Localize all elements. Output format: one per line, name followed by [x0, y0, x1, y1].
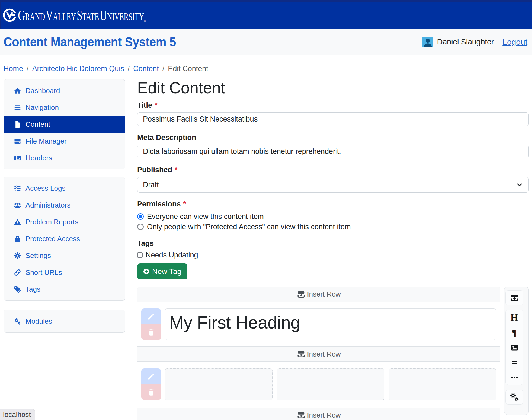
sidebar-item-protected-access[interactable]: Protected Access	[4, 230, 125, 247]
permission-radio-2[interactable]	[137, 224, 144, 230]
sidebar-nav: DashboardNavigationContentFile ManagerHe…	[4, 79, 125, 333]
sidebar-item-label: File Manager	[25, 137, 67, 145]
sidebar-item-access-logs[interactable]: Access Logs	[4, 180, 125, 197]
sidebar-item-problem-reports[interactable]: Problem Reports	[4, 214, 125, 230]
sidebar-item-label: Dashboard	[25, 87, 60, 95]
columns-row	[165, 368, 496, 400]
chevron-down-icon	[516, 181, 523, 188]
published-select[interactable]: Draft	[137, 177, 529, 193]
sidebar-item-content[interactable]: Content	[4, 116, 125, 133]
user-name: Daniel Slaughter	[437, 37, 494, 46]
breadcrumb-architecto-hic-dolorem-quis[interactable]: Architecto Hic Dolorem Quis	[32, 65, 124, 73]
sidebar-item-label: Headers	[25, 154, 52, 162]
sidebar-item-file-manager[interactable]: File Manager	[4, 133, 125, 149]
meta-description-field-group: Meta Description	[137, 133, 529, 158]
heading-block-text: My First Heading	[169, 313, 300, 332]
insert-row-bar[interactable]: Insert Row	[137, 408, 500, 420]
insert-row-bar[interactable]: Insert Row	[137, 346, 500, 362]
hard-drive-icon	[14, 138, 21, 145]
delete-row-button[interactable]	[141, 324, 161, 340]
tag-option-label: Needs Updating	[146, 251, 198, 259]
sidebar-item-navigation[interactable]: Navigation	[4, 99, 125, 116]
breadcrumb-separator: /	[162, 65, 165, 73]
sidebar-item-modules[interactable]: Modules	[4, 313, 125, 330]
edit-row-button[interactable]	[141, 308, 161, 324]
insert-row-icon	[297, 412, 306, 418]
sidebar-item-label: Access Logs	[25, 184, 65, 193]
breadcrumb-home[interactable]: Home	[4, 65, 23, 73]
logout-link[interactable]: Logout	[502, 37, 527, 47]
sidebar-item-tags[interactable]: Tags	[4, 281, 125, 298]
sidebar-item-label: Protected Access	[25, 235, 80, 243]
sidebar-item-headers[interactable]: Headers	[4, 149, 125, 166]
insert-row-icon	[510, 295, 519, 301]
tag-icon	[14, 286, 21, 293]
sidebar-item-label: Administrators	[25, 201, 70, 209]
gvsu-mark-icon	[3, 8, 16, 23]
sidebar-group-2: Access LogsAdministratorsProblem Reports…	[4, 177, 125, 301]
sidebar-item-settings[interactable]: Settings	[4, 247, 125, 264]
more-button[interactable]	[506, 370, 523, 385]
meta-description-input[interactable]	[137, 145, 529, 158]
tag-checkbox[interactable]	[137, 252, 143, 258]
sidebar-item-label: Modules	[25, 317, 52, 326]
bars-icon	[14, 104, 21, 111]
editor-row-1: My First Heading	[137, 302, 500, 346]
registered-mark: ®	[144, 19, 146, 23]
column-placeholder-3[interactable]	[389, 368, 496, 400]
divider-icon	[511, 359, 518, 367]
new-tag-button[interactable]: New Tag	[137, 263, 187, 279]
permission-option-label: Only people with "Protected Access" can …	[147, 223, 351, 231]
permission-option-2: Only people with "Protected Access" can …	[137, 222, 529, 232]
delete-row-button[interactable]	[141, 384, 161, 400]
permission-radio-1[interactable]	[137, 213, 144, 220]
university-topbar: Grand Valley State University®	[0, 0, 532, 29]
insert-row-bar[interactable]: Insert Row	[137, 287, 500, 302]
edit-row-button[interactable]	[141, 368, 161, 384]
meta-description-label: Meta Description	[137, 133, 196, 142]
list-check-icon	[14, 185, 21, 192]
university-logo[interactable]: Grand Valley State University®	[3, 8, 201, 23]
heading-button[interactable]: H	[506, 310, 523, 325]
title-field-group: Title*	[137, 101, 529, 126]
triangle-exclamation-icon	[14, 218, 21, 226]
sidebar-item-dashboard[interactable]: Dashboard	[4, 82, 125, 99]
sidebar-item-label: Short URLs	[25, 268, 62, 277]
app-header: Content Management System 5 Daniel Slaug…	[0, 29, 532, 55]
title-label: Title	[137, 101, 152, 110]
sidebar-item-administrators[interactable]: Administrators	[4, 197, 125, 214]
column-placeholder-2[interactable]	[277, 368, 384, 400]
tag-option-needs-updating: Needs Updating	[137, 250, 529, 260]
sidebar-item-label: Settings	[25, 252, 51, 260]
insert-row-label: Insert Row	[307, 290, 341, 298]
image-button[interactable]	[506, 340, 523, 355]
trash-icon	[147, 388, 155, 396]
sidebar-item-label: Content	[25, 120, 50, 129]
users-icon	[14, 202, 21, 209]
published-label: Published	[137, 166, 172, 174]
link-icon	[14, 269, 21, 276]
modules-button[interactable]	[505, 390, 523, 405]
published-value: Draft	[143, 181, 159, 189]
paragraph-icon: ¶	[512, 328, 517, 337]
divider-button[interactable]	[506, 355, 523, 370]
image-icon	[511, 344, 518, 352]
plus-circle-icon	[143, 268, 149, 275]
insert-row-label: Insert Row	[307, 350, 341, 358]
breadcrumb-separator: /	[27, 65, 29, 73]
column-placeholder-1[interactable]	[165, 368, 273, 400]
breadcrumb: Home/Architecto Hic Dolorem Quis/Content…	[4, 65, 528, 73]
required-asterisk: *	[183, 200, 186, 209]
breadcrumb-content[interactable]: Content	[133, 65, 159, 73]
required-asterisk: *	[175, 166, 178, 174]
sidebar-item-short-urls[interactable]: Short URLs	[4, 264, 125, 281]
more-icon	[511, 374, 518, 381]
heading-block[interactable]: My First Heading	[165, 308, 496, 340]
home-icon	[14, 87, 21, 94]
paragraph-button[interactable]: ¶	[506, 325, 523, 340]
published-field-group: Published* Draft	[137, 166, 529, 193]
gear-icon	[14, 252, 21, 259]
title-input[interactable]	[137, 112, 529, 126]
insert-row-button[interactable]	[505, 290, 523, 305]
pencil-icon	[147, 313, 155, 320]
